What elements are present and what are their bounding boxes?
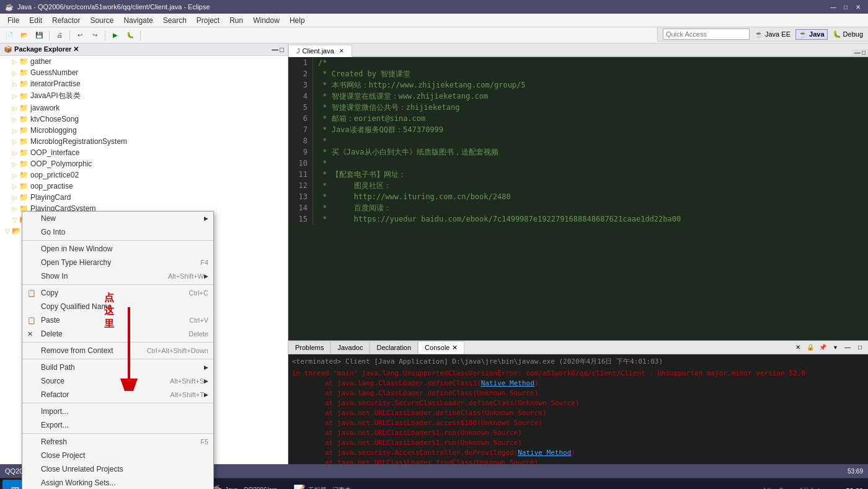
tree-item-microblogging[interactable]: ▷ 📁 Microblogging: [0, 125, 288, 136]
tree-item-javawork[interactable]: ▷ 📁 javawork: [0, 102, 288, 114]
console-maximize[interactable]: □: [854, 342, 866, 353]
console-native-link-2[interactable]: Native Method: [518, 449, 571, 457]
menu-help[interactable]: Help: [285, 15, 310, 26]
cm-refresh[interactable]: Refresh F5: [22, 435, 213, 449]
cm-show-in[interactable]: Show In Alt+Shift+W: [22, 269, 213, 283]
app-icon: ☕: [5, 3, 14, 11]
code-line-13: 13 * http://www.ituring.com.cn/book/2480: [288, 191, 868, 202]
tree-item-iteratorpractise[interactable]: ▷ 📁 iteratorPractise: [0, 78, 288, 89]
menu-window[interactable]: Window: [248, 15, 285, 26]
tree-item-guessnumber[interactable]: ▷ 📁 GuessNumber: [0, 67, 288, 78]
toolbar-redo[interactable]: ↪: [88, 29, 102, 42]
tree-item-oop-prictice02[interactable]: ▷ 📁 oop_prictice02: [0, 169, 288, 181]
toolbar-run[interactable]: ▶: [108, 29, 122, 42]
cm-copy-qualified[interactable]: Copy Qualified Name: [22, 300, 213, 313]
code-line-14: 14 * 百度阅读：: [288, 202, 868, 213]
code-line-12: 12 * 图灵社区：: [288, 180, 868, 191]
code-line-1: 1 /*: [288, 57, 868, 68]
editor-tab-client[interactable]: J Client.java ✕: [288, 45, 352, 57]
toolbar-print[interactable]: 🖨: [53, 29, 66, 42]
console-tab-declaration[interactable]: Declaration: [370, 341, 418, 354]
tree-item-oop-poly[interactable]: ▷ 📁 OOP_Polymorphic: [0, 158, 288, 169]
menu-search[interactable]: Search: [158, 15, 192, 26]
console-tab-javadoc[interactable]: Javadoc: [330, 341, 370, 354]
cm-import[interactable]: Import...: [22, 405, 213, 418]
title-bar: ☕ Java - QQ2006/src/com/a51work6/qq/clie…: [0, 0, 868, 14]
menu-project[interactable]: Project: [192, 15, 224, 26]
minimize-button[interactable]: —: [828, 2, 838, 11]
console-line-5: at java.net.URLClassLoader.defineClass(U…: [292, 408, 864, 418]
console-header: <terminated> Client [Java Application] D…: [292, 357, 864, 366]
maximize-button[interactable]: □: [841, 2, 851, 11]
console-scroll-lock-btn[interactable]: 🔒: [805, 342, 816, 353]
menu-run[interactable]: Run: [224, 15, 248, 26]
tree-item-javaapi[interactable]: ▷ 📁 JavaAPI包装类: [0, 89, 288, 102]
tree-item-ktv[interactable]: ▷ 📁 ktvChoseSong: [0, 114, 288, 125]
code-line-5: 5 * 智捷课堂微信公共号：zhijieketang: [288, 102, 868, 113]
cm-source[interactable]: Source Alt+Shift+S: [22, 374, 213, 388]
taskbar-item-eclipse-2[interactable]: ☕ Java - QQ2006/src...: [205, 480, 287, 490]
tree-item-oop-practise[interactable]: ▷ 📁 oop_practise: [0, 181, 288, 192]
cm-close-project[interactable]: Close Project: [22, 449, 213, 462]
console-minimize[interactable]: —: [842, 342, 853, 353]
taskbar-item-notepad[interactable]: 📝 无标题 - 记事本: [288, 480, 356, 490]
tree-item-oop-interface[interactable]: ▷ 📁 OOP_interface: [0, 147, 288, 158]
toolbar-new[interactable]: 📄: [2, 29, 16, 42]
cm-remove-context[interactable]: Remove from Context Ctrl+Alt+Shift+Down: [22, 344, 213, 357]
menu-source[interactable]: Source: [85, 15, 118, 26]
console-tab-problems[interactable]: Problems: [288, 341, 330, 354]
right-panel: J Client.java ✕ — □ 1 /* 2 * Created by …: [288, 43, 868, 464]
cm-refactor[interactable]: Refactor Alt+Shift+T: [22, 388, 213, 402]
status-position: 53:69: [848, 468, 863, 475]
toolbar-undo[interactable]: ↩: [73, 29, 87, 42]
cm-build-path[interactable]: Build Path: [22, 361, 213, 374]
pe-maximize[interactable]: □: [280, 46, 284, 53]
taskbar-right: https://www.zhijieketang.com 53:69: [764, 487, 866, 490]
console-tab-group: Problems Javadoc Declaration Console ✕: [288, 341, 464, 354]
toolbar-open[interactable]: 📂: [17, 29, 31, 42]
pe-minimize[interactable]: —: [272, 46, 278, 53]
cm-open-new-window[interactable]: Open in New Window: [22, 242, 213, 256]
context-menu: New Go Into Open in New Window Open Type…: [22, 211, 214, 489]
cm-assign-working-sets[interactable]: Assign Working Sets...: [22, 476, 213, 489]
console-line-6: at java.net.URLClassLoader.access$100(Un…: [292, 418, 864, 428]
console-tab-console[interactable]: Console ✕: [418, 341, 464, 354]
cm-copy[interactable]: 📋 Copy Ctrl+C: [22, 286, 213, 300]
console-menu-btn[interactable]: ▾: [830, 342, 841, 353]
menu-edit[interactable]: Edit: [24, 15, 47, 26]
editor-tabs: J Client.java ✕ — □: [288, 43, 868, 57]
cm-open-type-hierarchy[interactable]: Open Type Hierarchy F4: [22, 256, 213, 269]
perspective-debug[interactable]: 🐛 Debug: [833, 30, 863, 38]
cm-new[interactable]: New: [22, 212, 213, 225]
tab-close-icon[interactable]: ✕: [339, 48, 344, 54]
console-pin-btn[interactable]: 📌: [817, 342, 828, 353]
cm-delete[interactable]: ✕ Delete Delete: [22, 327, 213, 341]
perspective-java-ee[interactable]: ☕ Java EE: [755, 30, 790, 38]
editor-content[interactable]: 1 /* 2 * Created by 智捷课堂 3 * 本书网站：http:/…: [288, 57, 868, 340]
quick-access-input[interactable]: [663, 29, 750, 40]
toolbar-save[interactable]: 💾: [32, 29, 46, 42]
console-native-link-1[interactable]: Native Method: [481, 379, 534, 387]
editor-maximize[interactable]: □: [862, 49, 866, 56]
cm-go-into[interactable]: Go Into: [22, 225, 213, 239]
console-line-1: in thread "main" java.lang.UnsupportedCl…: [292, 369, 864, 379]
cm-paste[interactable]: 📋 Paste Ctrl+V: [22, 313, 213, 327]
editor-minimize[interactable]: —: [854, 49, 861, 56]
menu-refactor[interactable]: Refactor: [47, 15, 85, 26]
cm-sep-4: [22, 359, 213, 359]
cm-close-unrelated[interactable]: Close Unrelated Projects: [22, 462, 213, 476]
toolbar-sep-1: [49, 30, 50, 40]
tree-item-microblog-reg[interactable]: ▷ 📁 MicroblogRegistrationSystem: [0, 136, 288, 147]
perspective-java[interactable]: ☕ Java: [795, 29, 828, 40]
console-clear-btn[interactable]: ✕: [792, 342, 804, 353]
close-button[interactable]: ✕: [853, 2, 863, 11]
toolbar-debug[interactable]: 🐛: [123, 29, 137, 42]
menu-file[interactable]: File: [2, 15, 24, 26]
title-left: ☕ Java - QQ2006/src/com/a51work6/qq/clie…: [5, 3, 210, 11]
cm-export[interactable]: Export...: [22, 418, 213, 432]
menu-navigate[interactable]: Navigate: [118, 15, 157, 26]
tree-item-gather[interactable]: ▷ 📁 gather: [0, 56, 288, 67]
tab-java-icon: J: [296, 47, 300, 55]
title-controls[interactable]: — □ ✕: [828, 2, 863, 11]
tree-item-playingcard[interactable]: ▷ 📁 PlayingCard: [0, 192, 288, 203]
